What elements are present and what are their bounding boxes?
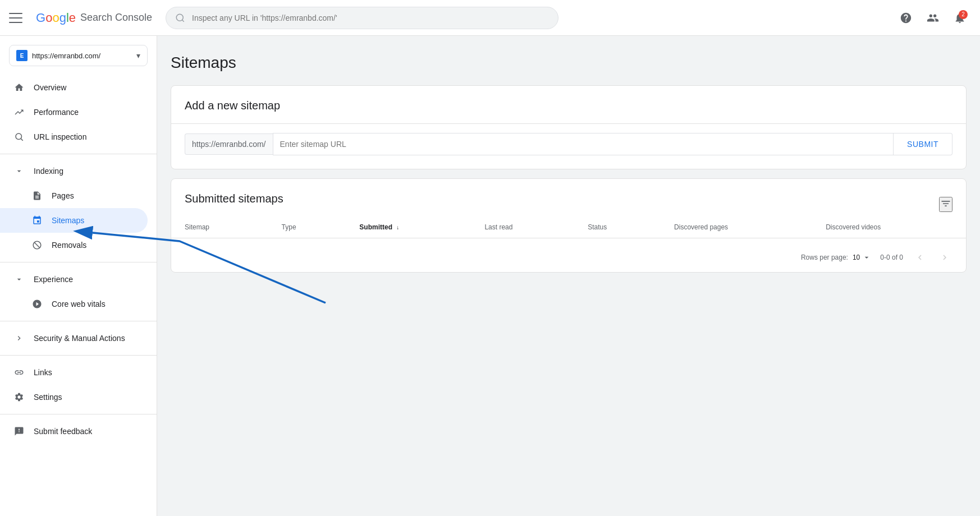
svg-point-0 <box>176 14 183 21</box>
url-inspect-input[interactable] <box>192 13 549 22</box>
sidebar-section-security[interactable]: Security & Manual Actions <box>0 326 157 351</box>
col-discovered-videos: Discovered videos <box>812 216 966 238</box>
hamburger-menu-button[interactable] <box>9 7 31 29</box>
property-chevron-icon: ▾ <box>136 51 140 60</box>
divider-1 <box>0 154 157 154</box>
search-icon <box>175 13 185 23</box>
sidebar-item-links[interactable]: Links <box>0 360 148 385</box>
sidebar-section-experience[interactable]: Experience <box>0 267 157 292</box>
account-button[interactable] <box>922 7 944 29</box>
sort-arrow-icon: ↓ <box>396 224 399 231</box>
rows-per-page-control: Rows per page: 10 <box>801 253 871 262</box>
divider-3 <box>0 321 157 321</box>
sidebar-item-pages[interactable]: Pages <box>0 183 148 208</box>
rows-per-page-select[interactable]: 10 <box>853 253 871 262</box>
divider-4 <box>0 355 157 356</box>
sidebar-item-settings[interactable]: Settings <box>0 385 148 409</box>
filter-icon <box>940 198 951 209</box>
chevron-left-icon <box>915 252 925 262</box>
pagination-prev-button[interactable] <box>912 250 928 265</box>
divider-2 <box>0 262 157 262</box>
rows-per-page-label: Rows per page: <box>801 254 848 261</box>
help-button[interactable] <box>895 7 917 29</box>
sidebar-experience-label: Experience <box>34 275 73 284</box>
property-favicon: E <box>16 50 28 61</box>
sidebar-item-sitemaps[interactable]: Sitemaps <box>0 208 148 233</box>
add-sitemap-header: Add a new sitemap <box>171 86 966 112</box>
topbar-actions: 2 <box>895 7 971 29</box>
layout: E https://emranbd.com/ ▾ Overview Perfor… <box>0 36 980 516</box>
sidebar-section-indexing[interactable]: Indexing <box>0 159 157 183</box>
pages-icon <box>31 190 43 201</box>
sidebar-feedback-label: Submit feedback <box>34 427 92 436</box>
main-content: Sitemaps Add a new sitemap https://emran… <box>157 36 980 516</box>
sidebar-sitemaps-label: Sitemaps <box>52 216 84 225</box>
search-bar[interactable] <box>166 7 558 29</box>
sitemap-submit-button[interactable]: SUBMIT <box>894 133 952 155</box>
security-expand-icon <box>13 333 25 344</box>
col-discovered-pages: Discovered pages <box>661 216 812 238</box>
sitemaps-icon <box>31 215 43 226</box>
table-footer: Rows per page: 10 0-0 of 0 <box>171 243 966 272</box>
rows-per-page-value: 10 <box>853 254 860 261</box>
sidebar-links-label: Links <box>34 368 52 377</box>
notifications-button[interactable]: 2 <box>949 7 971 29</box>
sidebar-cwv-label: Core web vitals <box>52 300 106 308</box>
col-sitemap: Sitemap <box>171 216 268 238</box>
sidebar-item-url-inspection[interactable]: URL inspection <box>0 125 148 149</box>
settings-icon <box>13 391 25 403</box>
hamburger-icon <box>9 11 22 25</box>
col-type: Type <box>268 216 346 238</box>
svg-line-3 <box>21 139 22 140</box>
add-sitemap-title: Add a new sitemap <box>185 99 952 112</box>
col-last-read: Last read <box>471 216 574 238</box>
col-status: Status <box>574 216 661 238</box>
url-search-icon <box>13 131 25 142</box>
sitemaps-table: Sitemap Type Submitted ↓ Last read <box>171 216 966 238</box>
submitted-sitemaps-title: Submitted sitemaps <box>185 192 283 205</box>
sidebar-item-core-web-vitals[interactable]: Core web vitals <box>0 292 148 316</box>
sidebar-item-performance[interactable]: Performance <box>0 100 148 125</box>
cwv-icon <box>31 298 43 310</box>
topbar: Google Search Console 2 <box>0 0 980 36</box>
sidebar-item-overview[interactable]: Overview <box>0 75 148 100</box>
feedback-icon <box>13 426 25 437</box>
help-icon <box>900 12 912 24</box>
sidebar-item-submit-feedback[interactable]: Submit feedback <box>0 419 148 444</box>
sidebar-item-removals[interactable]: Removals <box>0 233 148 257</box>
sidebar-performance-label: Performance <box>34 108 79 117</box>
sitemap-input-row: https://emranbd.com/ SUBMIT <box>171 123 966 169</box>
indexing-collapse-icon <box>13 165 25 177</box>
sidebar: E https://emranbd.com/ ▾ Overview Perfor… <box>0 36 157 516</box>
sitemap-prefix: https://emranbd.com/ <box>185 133 273 155</box>
submitted-sitemaps-header: Submitted sitemaps <box>171 179 966 216</box>
logo: Google Search Console <box>36 11 152 25</box>
sidebar-settings-label: Settings <box>34 393 62 402</box>
svg-line-1 <box>182 20 184 21</box>
sitemaps-table-container: Sitemap Type Submitted ↓ Last read <box>171 216 966 243</box>
experience-collapse-icon <box>13 274 25 285</box>
col-submitted[interactable]: Submitted ↓ <box>346 216 471 238</box>
account-icon <box>927 12 939 24</box>
svg-point-2 <box>16 133 22 140</box>
sidebar-pages-label: Pages <box>52 191 74 200</box>
rows-chevron-icon <box>862 253 871 262</box>
sitemaps-table-head: Sitemap Type Submitted ↓ Last read <box>171 216 966 238</box>
notification-count: 2 <box>959 10 968 19</box>
trending-icon <box>13 107 25 118</box>
submitted-sitemaps-card: Submitted sitemaps Sitemap <box>171 178 967 273</box>
divider-5 <box>0 414 157 414</box>
sitemap-url-input[interactable] <box>273 133 894 155</box>
home-icon <box>13 82 25 93</box>
add-sitemap-card: Add a new sitemap https://emranbd.com/ S… <box>171 85 967 169</box>
pagination-next-button[interactable] <box>937 250 952 265</box>
sidebar-removals-label: Removals <box>52 241 86 250</box>
property-selector[interactable]: E https://emranbd.com/ ▾ <box>9 45 148 66</box>
page-title: Sitemaps <box>171 54 967 72</box>
filter-button[interactable] <box>939 197 952 212</box>
product-name: Search Console <box>80 12 152 24</box>
table-header-row: Sitemap Type Submitted ↓ Last read <box>171 216 966 238</box>
chevron-right-icon <box>940 252 950 262</box>
sidebar-indexing-label: Indexing <box>34 167 63 176</box>
removals-icon <box>31 239 43 251</box>
